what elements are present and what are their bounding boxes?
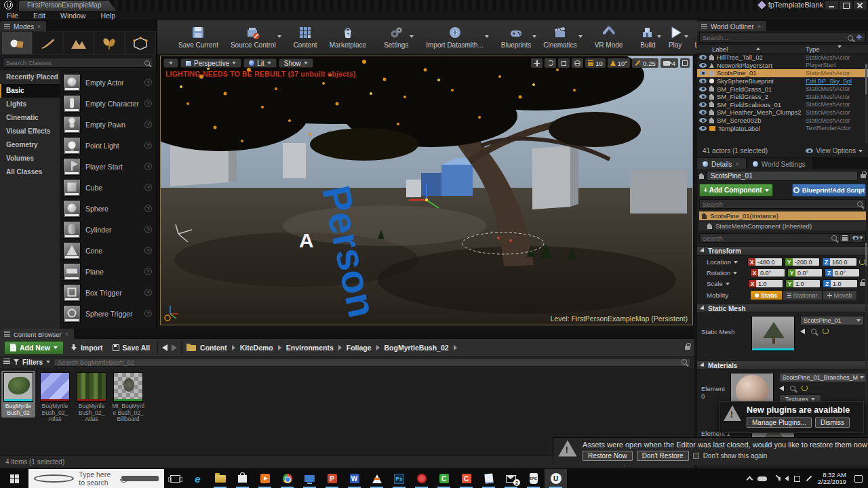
breadcrumb-kitedemo[interactable]: KiteDemo [240,344,273,352]
modes-search[interactable] [3,58,153,68]
level-viewport[interactable]: Person A Perspective Lit Show 10 10° 0.2… [160,56,693,325]
help-icon[interactable]: ? [144,121,152,128]
outliner-search[interactable] [699,33,866,43]
tab-world-settings[interactable]: World Settings [747,158,812,169]
build-button[interactable]: Build [634,20,661,54]
help-icon[interactable]: ? [144,247,152,254]
restore-now-button[interactable]: Restore Now [583,451,633,461]
onedrive-icon[interactable] [757,476,767,481]
grid-snap-control[interactable]: 10 [585,58,606,68]
taskbar-word[interactable]: W [343,469,366,488]
visibility-eye-icon[interactable] [699,63,707,68]
taskbar-c-red-app[interactable]: C [455,469,477,488]
tray-expand-icon[interactable] [746,476,753,483]
category-geometry[interactable]: Geometry [0,138,60,152]
scale-snap-control[interactable]: 0.25 [632,58,658,68]
help-icon[interactable]: ? [144,226,152,233]
static-mesh-combo[interactable]: ScotsPine_01 [800,316,864,325]
breadcrumb-foliage[interactable]: Foliage [347,344,372,352]
world-local-toggle-icon[interactable] [572,58,583,68]
move-tool-icon[interactable] [531,58,542,68]
menu-edit[interactable]: Edit [33,12,45,20]
close-icon[interactable]: × [37,23,41,30]
mobility-stationary-button[interactable]: Stationar [783,290,823,300]
list-item-plane[interactable]: Plane? [60,261,156,282]
visibility-eye-icon[interactable] [699,110,707,115]
taskbar-red-app[interactable] [410,469,433,488]
scale-x-field[interactable]: X1.0 [748,279,783,288]
asset-tile[interactable]: BogMyrtle Bush_02_ Atlas [38,371,72,424]
help-icon[interactable]: ? [144,310,152,317]
show-button[interactable]: Show [279,58,313,68]
import-datasmith-button[interactable]: Import Datasmith... [420,20,489,54]
place-mode-button[interactable] [2,32,32,54]
location-label[interactable]: Location [700,258,747,266]
marketplace-button[interactable]: Marketplace [323,20,372,54]
list-item-point-light[interactable]: Point Light? [60,135,156,156]
taskbar-powerpoint[interactable]: P [321,469,343,488]
menu-file[interactable]: File [7,12,18,20]
category-lights[interactable]: Lights [0,98,60,111]
dropdown-caret[interactable] [410,35,414,38]
display-filter-eye-icon[interactable] [852,234,863,243]
search-classes-input[interactable] [6,59,142,66]
forward-button[interactable] [172,344,177,351]
add-component-button[interactable]: + Add Component [699,184,773,197]
list-item-sphere-trigger[interactable]: Sphere Trigger? [60,303,156,324]
property-matrix-icon[interactable] [840,234,850,243]
asset-tile[interactable]: MI_BogMyrtle Bush_02_ Billboard [111,371,145,424]
menu-help[interactable]: Help [100,12,115,20]
section-transform[interactable]: Transform [697,246,868,256]
visibility-eye-icon[interactable] [699,87,707,92]
scale-label[interactable]: Scale [700,280,748,287]
help-icon[interactable]: ? [144,289,152,296]
use-selected-icon[interactable] [779,386,784,391]
actor-name-field[interactable] [707,171,858,181]
table-row[interactable]: TemplateLabelTextRenderActor [697,124,868,132]
taskbar-edge[interactable]: e [186,469,209,488]
dont-restore-button[interactable]: Don't Restore [637,451,689,461]
asset-tile[interactable]: BogMyrtle Bush_02_ Atlas [75,371,108,424]
reset-icon[interactable] [823,328,829,334]
add-new-button[interactable]: Add New [4,341,64,354]
save-current-button[interactable]: Save Current [172,20,224,54]
taskbar-epic-launcher[interactable]: EPIC [522,469,545,488]
list-item-cube[interactable]: Cube? [60,177,156,198]
import-button[interactable]: Import [68,344,106,352]
component-search[interactable] [699,199,866,209]
close-button[interactable] [854,1,867,9]
tab-details[interactable]: Details× [697,158,746,169]
dropdown-caret[interactable] [485,35,489,38]
camera-speed-control[interactable]: 4 [660,58,678,68]
settings-button[interactable]: Settings [378,20,414,54]
taskbar-chrome[interactable] [276,469,298,488]
rotation-label[interactable]: Rotation [700,269,750,277]
document-tab[interactable]: FirstPersonExampleMap [19,1,116,11]
column-menu-caret[interactable] [837,45,842,48]
action-center-icon[interactable] [854,475,863,483]
table-row[interactable]: SM_Heather_Mesh_Clumps2StaticMeshActor [697,108,868,117]
taskbar-clock[interactable]: 8:32 AM 2/22/2019 [818,472,846,486]
component-search-input[interactable] [703,201,854,208]
taskbar-store[interactable] [231,469,254,488]
table-row[interactable]: SM_FieldGrass_2StaticMeshActor [697,93,868,101]
maximize-viewport-icon[interactable] [680,58,690,68]
expander-icon[interactable] [700,362,706,368]
reset-icon[interactable] [802,385,808,391]
breadcrumb-content[interactable]: Content [200,344,227,352]
taskbar-c-green-app[interactable]: C [433,469,455,488]
save-all-button[interactable]: Save All [110,344,153,352]
dropdown-caret[interactable] [532,35,536,38]
lock-scale-icon[interactable] [860,282,865,286]
browse-icon[interactable] [811,329,816,334]
list-item-cone[interactable]: Cone? [60,240,156,261]
scale-y-field[interactable]: Y1.0 [785,279,821,288]
column-type[interactable]: Type [806,45,820,53]
dropdown-caret[interactable] [684,35,688,38]
mobility-movable-button[interactable]: Movab [823,290,857,300]
outliner-column-header[interactable]: Label Type [697,44,868,54]
visibility-eye-icon[interactable] [699,118,707,123]
task-view-button[interactable] [164,469,186,488]
list-item-empty-actor[interactable]: Empty Actor? [60,72,156,93]
sources-panel-icon[interactable] [3,359,10,365]
